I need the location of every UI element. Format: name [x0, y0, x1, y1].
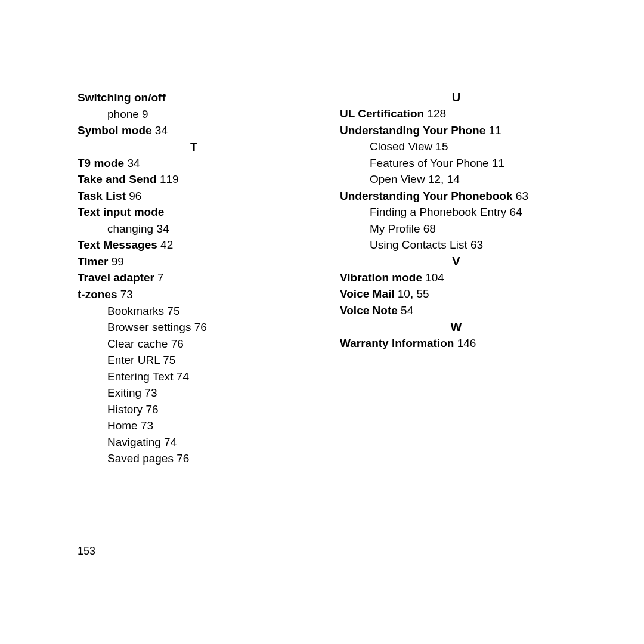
- index-sub-entry: Finding a Phonebook Entry 64: [340, 204, 572, 221]
- sub-entry-page: 73: [141, 386, 157, 399]
- index-entry: Warranty Information 146: [340, 335, 572, 352]
- section-header: U: [340, 91, 572, 104]
- sub-entry-term: phone: [107, 108, 139, 120]
- right-column: UUL Certification 128Understanding Your …: [340, 89, 572, 467]
- entry-term: T9 mode: [78, 157, 124, 169]
- sub-entry-page: 9: [139, 108, 148, 120]
- entry-page: 34: [124, 157, 140, 169]
- index-entry: Take and Send 119: [78, 171, 310, 188]
- entry-page: 146: [454, 337, 476, 349]
- section-header: W: [340, 320, 572, 334]
- index-entry: t-zones 73: [78, 286, 310, 303]
- sub-entry-term: Finding a Phonebook Entry: [370, 206, 506, 218]
- index-entry: Switching on/off: [78, 89, 310, 106]
- index-sub-entry: Closed View 15: [340, 138, 572, 155]
- index-sub-entry: Entering Text 74: [78, 369, 310, 385]
- entry-term: Voice Mail: [340, 287, 395, 300]
- index-page: Switching on/offphone 9Symbol mode 34TT9…: [0, 0, 644, 491]
- entry-term: Text Messages: [78, 239, 157, 251]
- sub-entry-term: Browser settings: [107, 321, 191, 333]
- sub-entry-page: 75: [164, 305, 179, 317]
- entry-page: 10, 55: [395, 287, 429, 300]
- entry-term: Understanding Your Phonebook: [340, 190, 513, 202]
- entry-term: t-zones: [78, 288, 117, 301]
- section-header: V: [340, 255, 572, 268]
- index-sub-entry: My Profile 68: [340, 221, 572, 237]
- index-sub-entry: Home 73: [78, 417, 310, 434]
- sub-entry-page: 63: [467, 239, 483, 251]
- sub-entry-page: 73: [138, 419, 153, 432]
- index-sub-entry: Bookmarks 75: [78, 303, 310, 320]
- index-entry: UL Certification 128: [340, 106, 572, 122]
- sub-entry-term: Closed View: [370, 140, 432, 153]
- sub-entry-term: Enter URL: [107, 354, 160, 366]
- index-sub-entry: Features of Your Phone 11: [340, 155, 572, 172]
- index-sub-entry: phone 9: [78, 106, 310, 123]
- entry-page: 99: [108, 255, 123, 268]
- index-entry: Task List 96: [78, 188, 310, 205]
- sub-entry-page: 76: [168, 338, 183, 350]
- index-sub-entry: Saved pages 76: [78, 450, 310, 467]
- entry-term: Warranty Information: [340, 337, 454, 349]
- entry-term: Task List: [78, 190, 126, 202]
- index-entry: Text Messages 42: [78, 237, 310, 253]
- sub-entry-term: Bookmarks: [107, 305, 164, 317]
- entry-term: Vibration mode: [340, 271, 422, 284]
- sub-entry-term: Features of Your Phone: [370, 157, 489, 169]
- sub-entry-page: 74: [161, 436, 177, 448]
- entry-page: 128: [424, 107, 446, 120]
- index-entry: Travel adapter 7: [78, 270, 310, 286]
- sub-entry-term: Clear cache: [107, 338, 168, 350]
- entry-page: 34: [152, 124, 168, 137]
- entry-term: Timer: [78, 255, 108, 268]
- index-entry: Voice Note 54: [340, 302, 572, 319]
- entry-term: UL Certification: [340, 107, 424, 120]
- sub-entry-term: Using Contacts List: [370, 239, 467, 251]
- sub-entry-term: History: [107, 403, 143, 416]
- index-entry: Understanding Your Phonebook 63: [340, 188, 572, 205]
- entry-page: 96: [126, 190, 141, 202]
- index-sub-entry: changing 34: [78, 221, 310, 237]
- entry-page: 7: [154, 271, 164, 284]
- sub-entry-term: Entering Text: [107, 370, 174, 383]
- left-column: Switching on/offphone 9Symbol mode 34TT9…: [78, 89, 310, 467]
- entry-term: Symbol mode: [78, 124, 152, 137]
- index-sub-entry: Open View 12, 14: [340, 171, 572, 188]
- entry-page: 104: [422, 271, 444, 284]
- sub-entry-term: changing: [107, 222, 153, 235]
- sub-entry-page: 76: [191, 321, 206, 333]
- index-entry: T9 mode 34: [78, 155, 310, 172]
- index-sub-entry: Exiting 73: [78, 385, 310, 401]
- index-entry: Understanding Your Phone 11: [340, 122, 572, 139]
- entry-term: Switching on/off: [78, 91, 166, 104]
- index-sub-entry: Using Contacts List 63: [340, 237, 572, 253]
- entry-term: Text input mode: [78, 206, 164, 218]
- entry-page: 73: [117, 288, 133, 301]
- index-entry: Timer 99: [78, 253, 310, 270]
- sub-entry-page: 68: [420, 222, 435, 235]
- sub-entry-page: 12, 14: [425, 173, 460, 185]
- sub-entry-page: 11: [489, 157, 504, 169]
- entry-page: 119: [157, 173, 179, 185]
- page-number: 153: [78, 545, 95, 558]
- index-entry: Voice Mail 10, 55: [340, 286, 572, 302]
- sub-entry-page: 64: [506, 206, 522, 218]
- entry-term: Take and Send: [78, 173, 157, 185]
- sub-entry-page: 76: [174, 452, 189, 465]
- sub-entry-term: Open View: [370, 173, 425, 185]
- entry-term: Voice Note: [340, 304, 398, 317]
- sub-entry-term: Exiting: [107, 386, 141, 399]
- entry-term: Understanding Your Phone: [340, 124, 485, 137]
- sub-entry-page: 74: [174, 370, 189, 383]
- sub-entry-page: 75: [160, 354, 175, 366]
- sub-entry-term: Home: [107, 419, 138, 432]
- index-sub-entry: Enter URL 75: [78, 352, 310, 369]
- sub-entry-term: Navigating: [107, 436, 161, 448]
- index-sub-entry: Browser settings 76: [78, 319, 310, 336]
- index-sub-entry: Navigating 74: [78, 434, 310, 451]
- sub-entry-term: Saved pages: [107, 452, 174, 465]
- entry-term: Travel adapter: [78, 271, 154, 284]
- sub-entry-page: 76: [143, 403, 158, 416]
- index-entry: Vibration mode 104: [340, 270, 572, 286]
- index-sub-entry: History 76: [78, 401, 310, 418]
